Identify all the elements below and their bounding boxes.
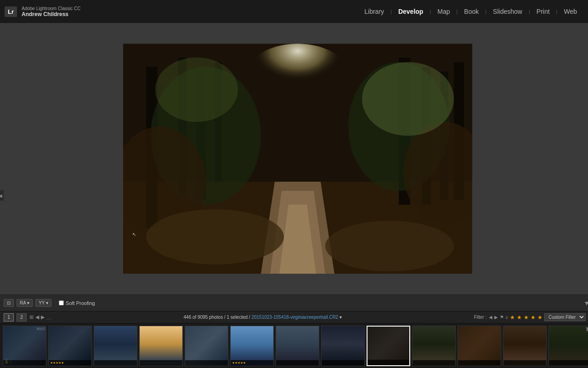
thumb-stars-2: ★★★★★ [50, 361, 64, 365]
filter-dropdown[interactable]: Custom Filter [544, 313, 586, 321]
filmstrip-thumb-7[interactable] [276, 326, 319, 366]
thumb-img-11 [458, 326, 501, 362]
thumb-bar-1 [3, 360, 46, 366]
filmstrip-thumb-10[interactable] [412, 326, 456, 366]
thumb-bar-12 [503, 360, 546, 366]
thumb-bar-11 [458, 360, 501, 366]
filmstrip-thumb-3[interactable] [94, 326, 137, 366]
filmstrip-thumb-2[interactable]: ★★★★★ [48, 326, 92, 366]
soft-proofing-toggle[interactable]: Soft Proofing [59, 300, 95, 306]
app-info: Adobe Lightroom Classic CC Andrew Childr… [22, 6, 80, 17]
thumb-bar-6: ★★★★★ [231, 360, 273, 366]
svg-point-4 [243, 44, 353, 117]
thumb-img-1: 🔒◎ [3, 326, 46, 362]
filmstrip-thumb-13[interactable]: 5 [548, 326, 588, 366]
nav-web[interactable]: Web [557, 8, 583, 15]
filter-gte-icon[interactable]: ≥ [506, 315, 509, 320]
soft-proofing-label: Soft Proofing [66, 300, 95, 306]
thumb-img-6 [231, 326, 273, 362]
top-bar: Lr Adobe Lightroom Classic CC Andrew Chi… [0, 0, 588, 23]
filmstrip-thumb-6[interactable]: ★★★★★ [230, 326, 274, 366]
more-icon[interactable]: … [46, 315, 51, 320]
thumb-bar-9 [368, 360, 409, 365]
filmstrip-count: 446 of 9095 photos / 1 selected / [184, 315, 250, 320]
thumb-bar-3 [94, 360, 137, 366]
thumb-stars-6: ★★★★★ [232, 361, 246, 365]
view-mode-btn1[interactable]: ⊡ [4, 299, 14, 307]
svg-point-20 [155, 58, 238, 122]
nav-library[interactable]: Library [358, 8, 390, 15]
thumb-bar-7 [276, 360, 319, 366]
toolbar-right: ▼ [582, 299, 588, 307]
filmstrip-info: 446 of 9095 photos / 1 selected / 201510… [54, 315, 471, 320]
filmstrip-bar: 1 2 ⊞ ◀ ▶ … 446 of 9095 photos / 1 selec… [0, 311, 588, 323]
nav-book[interactable]: Book [458, 8, 485, 15]
nav-develop[interactable]: Develop [392, 8, 430, 15]
filter-star2[interactable]: ★ [517, 314, 522, 321]
thumb-img-12 [503, 326, 546, 362]
filter-label: Filter : [474, 315, 487, 320]
thumb-top-icons-1: ⊞◎⊡ [37, 327, 45, 331]
nav-print[interactable]: Print [530, 8, 556, 15]
center-area: ↖ ⊡ RA ▾ YY ▾ Soft Proofing ▼ 1 2 ⊞ ◀ [0, 23, 588, 368]
filmstrip-filename[interactable]: 20151023-155418-virginiacreepertrail.CR2 [251, 315, 338, 320]
view-mode-btn3[interactable]: YY ▾ [35, 299, 51, 307]
nav-map[interactable]: Map [431, 8, 456, 15]
thumb-badge-13: 5 [586, 327, 588, 331]
filmstrip-page1[interactable]: 1 [4, 313, 14, 322]
thumb-bar-10 [413, 360, 455, 366]
thumb-bar-2: ★★★★★ [49, 360, 91, 366]
thumb-img-10 [413, 326, 455, 362]
next-arrow-icon[interactable]: ▶ [41, 314, 45, 320]
left-panel-toggle[interactable]: ◀ [0, 190, 4, 201]
image-background: ↖ [123, 44, 472, 274]
filmstrip-thumb-12[interactable] [503, 326, 547, 366]
nav-menu: Library | Develop | Map | Book | Slidesh… [358, 8, 583, 15]
lr-logo: Lr [5, 6, 17, 17]
filter-star5[interactable]: ★ [537, 314, 543, 321]
toolbar-expand-arrow[interactable]: ▼ [582, 299, 588, 307]
app-name: Adobe Lightroom Classic CC [22, 6, 80, 11]
thumb-img-7 [276, 326, 319, 362]
image-container: ↖ [0, 23, 588, 294]
filmstrip-thumb-5[interactable] [185, 326, 228, 366]
svg-point-19 [362, 62, 454, 136]
filmstrip-thumb-4[interactable] [139, 326, 183, 366]
filmstrip-thumb-8[interactable] [321, 326, 365, 366]
filter-star1[interactable]: ★ [510, 314, 515, 321]
thumb-img-9 [368, 327, 409, 362]
bottom-toolbar: ⊡ RA ▾ YY ▾ Soft Proofing ▼ [0, 294, 588, 311]
svg-point-17 [146, 209, 284, 264]
grid-view-icon[interactable]: ⊞ [29, 314, 34, 320]
nav-slideshow[interactable]: Slideshow [486, 8, 529, 15]
filter-arrow-right[interactable]: ▶ [494, 315, 498, 320]
thumb-img-13 [549, 326, 588, 362]
filmstrip-filename-text: ▾ [339, 315, 342, 320]
filter-star4[interactable]: ★ [531, 314, 536, 321]
filter-star3[interactable]: ★ [524, 314, 529, 321]
thumb-img-4 [140, 326, 182, 362]
soft-proofing-checkbox[interactable] [59, 300, 64, 305]
filter-arrow-left[interactable]: ◀ [489, 315, 492, 320]
thumb-bar-5 [185, 360, 228, 366]
svg-point-18 [325, 221, 454, 271]
thumb-bar-4 [140, 360, 182, 366]
thumb-bar-13 [549, 360, 588, 366]
filmstrip-thumb-1[interactable]: 🔒◎ ⊞◎⊡ [3, 326, 46, 366]
filmstrip-filter: Filter : ◀ ▶ ⚑ ≥ ★ ★ ★ ★ ★ Custom Filter… [474, 313, 588, 321]
forest-svg [123, 44, 472, 274]
thumb-img-5 [185, 326, 228, 362]
prev-arrow-icon[interactable]: ◀ [35, 314, 39, 320]
filmstrip-nav-icons: ⊞ ◀ ▶ … [29, 314, 51, 320]
user-name: Andrew Childress [22, 11, 80, 17]
filter-flag-icon[interactable]: ⚑ [500, 315, 504, 320]
filmstrip-thumb-11[interactable] [458, 326, 501, 366]
view-mode-btn2[interactable]: RA ▾ [17, 299, 33, 307]
filmstrip-page2[interactable]: 2 [17, 313, 27, 322]
main-image: ↖ [123, 44, 472, 274]
thumb-bar-8 [322, 360, 364, 366]
filmstrip-thumb-9-selected[interactable] [367, 326, 410, 366]
main-layout: ◀ [0, 23, 588, 368]
thumb-img-3 [94, 326, 137, 362]
filmstrip: 🔒◎ ⊞◎⊡ ★★★★★ [0, 323, 588, 368]
